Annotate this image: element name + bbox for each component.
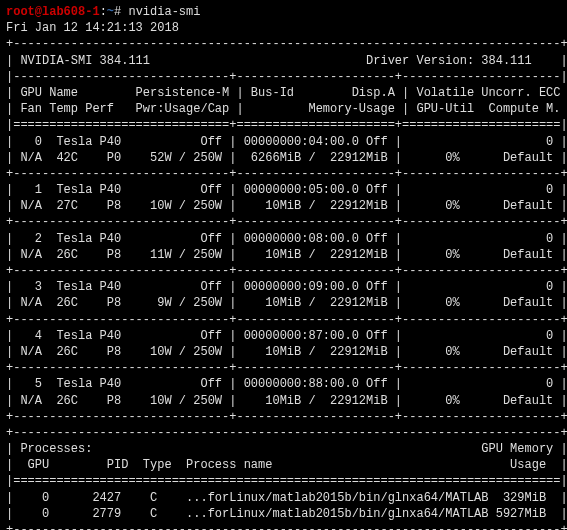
command-text: nvidia-smi (128, 5, 200, 19)
terminal-line: | GPU Name Persistence-M | Bus-Id Disp.A… (6, 85, 561, 101)
terminal-line: | N/A 42C P0 52W / 250W | 6266MiB / 2291… (6, 150, 561, 166)
terminal-line: | Processes: GPU Memory | (6, 441, 561, 457)
terminal-line: | 0 2427 C ...forLinux/matlab2015b/bin/g… (6, 490, 561, 506)
terminal-line: +------------------------------+--------… (6, 166, 561, 182)
terminal-line: | 0 2779 C ...forLinux/matlab2015b/bin/g… (6, 506, 561, 522)
terminal-line: | 4 Tesla P40 Off | 00000000:87:00.0 Off… (6, 328, 561, 344)
terminal-line: | Fan Temp Perf Pwr:Usage/Cap | Memory-U… (6, 101, 561, 117)
terminal-line: |==============================+========… (6, 117, 561, 133)
terminal-line: +------------------------------+--------… (6, 312, 561, 328)
terminal-line: +------------------------------+--------… (6, 214, 561, 230)
terminal-line: | N/A 27C P8 10W / 250W | 10MiB / 22912M… (6, 198, 561, 214)
terminal-line: +------------------------------+--------… (6, 360, 561, 376)
terminal-line: | 3 Tesla P40 Off | 00000000:09:00.0 Off… (6, 279, 561, 295)
terminal-line: | 1 Tesla P40 Off | 00000000:05:00.0 Off… (6, 182, 561, 198)
terminal-line: | N/A 26C P8 9W / 250W | 10MiB / 22912Mi… (6, 295, 561, 311)
terminal-line: |=======================================… (6, 473, 561, 489)
terminal-line: | N/A 26C P8 10W / 250W | 10MiB / 22912M… (6, 344, 561, 360)
terminal-line: |------------------------------+--------… (6, 69, 561, 85)
terminal-line: +---------------------------------------… (6, 425, 561, 441)
terminal-line: | 2 Tesla P40 Off | 00000000:08:00.0 Off… (6, 231, 561, 247)
terminal-line: Fri Jan 12 14:21:13 2018 (6, 20, 561, 36)
terminal-line: +------------------------------+--------… (6, 263, 561, 279)
terminal-line: | NVIDIA-SMI 384.111 Driver Version: 384… (6, 53, 561, 69)
terminal-output: root@lab608-1:~# nvidia-smiFri Jan 12 14… (6, 4, 561, 530)
terminal-line: +------------------------------+--------… (6, 409, 561, 425)
terminal-line: +---------------------------------------… (6, 36, 561, 52)
terminal-line: | N/A 26C P8 11W / 250W | 10MiB / 22912M… (6, 247, 561, 263)
terminal-line: | 0 Tesla P40 Off | 00000000:04:00.0 Off… (6, 134, 561, 150)
terminal-line: +---------------------------------------… (6, 522, 561, 530)
terminal-line: | GPU PID Type Process name Usage | (6, 457, 561, 473)
terminal-line: | N/A 26C P8 10W / 250W | 10MiB / 22912M… (6, 393, 561, 409)
terminal-line: root@lab608-1:~# nvidia-smi (6, 4, 561, 20)
terminal-line: | 5 Tesla P40 Off | 00000000:88:00.0 Off… (6, 376, 561, 392)
